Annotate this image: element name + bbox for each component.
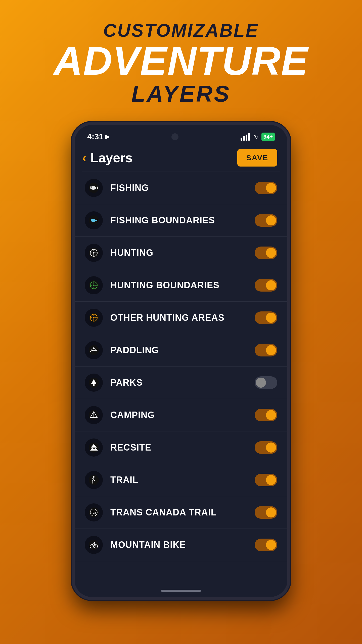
layer-item-mountain-bike[interactable]: MOUNTAIN BIKE bbox=[75, 529, 287, 561]
back-arrow-icon: ‹ bbox=[82, 151, 86, 164]
layers-list: FISHING FISHING BOU bbox=[75, 172, 287, 584]
tct-icon: TCT bbox=[85, 503, 103, 521]
svg-point-6 bbox=[91, 219, 96, 222]
fishing-boundaries-label: FISHING BOUNDARIES bbox=[110, 215, 255, 226]
fishing-icon bbox=[85, 179, 103, 197]
phone-frame: 4:31 ▶ ∿ 94+ bbox=[72, 122, 290, 600]
page-title: Layers bbox=[90, 150, 133, 165]
parks-icon bbox=[85, 374, 103, 392]
svg-point-18 bbox=[93, 285, 95, 286]
camera-dot bbox=[171, 133, 178, 140]
svg-point-11 bbox=[93, 252, 95, 254]
camping-label: CAMPING bbox=[110, 410, 255, 420]
layer-item-paddling[interactable]: PADDLING bbox=[75, 334, 287, 367]
layer-item-trail[interactable]: TRAIL bbox=[75, 464, 287, 496]
paddling-toggle[interactable] bbox=[255, 344, 277, 356]
signal-icon bbox=[241, 133, 250, 141]
camping-icon bbox=[85, 406, 103, 424]
hunting-label: HUNTING bbox=[110, 248, 255, 258]
svg-point-30 bbox=[89, 345, 99, 355]
fishing-label: FISHING bbox=[110, 183, 255, 193]
layer-item-camping[interactable]: CAMPING bbox=[75, 399, 287, 431]
parks-toggle[interactable] bbox=[255, 376, 277, 389]
mountain-bike-toggle[interactable] bbox=[255, 539, 277, 551]
svg-point-8 bbox=[92, 220, 93, 220]
layer-item-fishing[interactable]: FISHING bbox=[75, 172, 287, 204]
hunting-boundaries-toggle[interactable] bbox=[255, 279, 277, 292]
layer-item-fishing-boundaries[interactable]: FISHING BOUNDARIES bbox=[75, 204, 287, 237]
hero-line2: ADVENTURE bbox=[54, 41, 308, 81]
status-right: ∿ 94+ bbox=[241, 133, 275, 141]
hero-line3: LAYERS bbox=[54, 81, 308, 107]
hunting-toggle[interactable] bbox=[255, 247, 277, 259]
layer-item-hunting[interactable]: HUNTING bbox=[75, 237, 287, 269]
camping-toggle[interactable] bbox=[255, 409, 277, 421]
other-hunting-toggle[interactable] bbox=[255, 311, 277, 324]
layer-item-parks[interactable]: PARKS bbox=[75, 367, 287, 399]
paddling-icon bbox=[85, 341, 103, 359]
trail-icon bbox=[85, 471, 103, 489]
layer-item-recsite[interactable]: RECSITE bbox=[75, 431, 287, 464]
fishing-toggle[interactable] bbox=[255, 182, 277, 194]
other-hunting-label: OTHER HUNTING AREAS bbox=[110, 312, 255, 323]
fishing-toggle-knob bbox=[266, 183, 276, 193]
svg-rect-38 bbox=[93, 384, 95, 386]
status-bar: 4:31 ▶ ∿ 94+ bbox=[75, 125, 287, 144]
back-button[interactable]: ‹ Layers bbox=[82, 150, 132, 165]
recsite-icon bbox=[85, 438, 103, 457]
home-indicator bbox=[75, 584, 287, 597]
hero-header: CUSTOMIZABLE ADVENTURE LAYERS bbox=[54, 20, 308, 107]
layer-item-hunting-boundaries[interactable]: HUNTING BOUNDARIES bbox=[75, 269, 287, 302]
svg-text:TCT: TCT bbox=[91, 511, 97, 514]
mountain-bike-label: MOUNTAIN BIKE bbox=[110, 540, 255, 550]
battery-badge: 94+ bbox=[261, 133, 275, 141]
hunting-boundaries-icon bbox=[85, 276, 103, 294]
mountain-bike-icon bbox=[85, 536, 103, 554]
svg-point-54 bbox=[89, 540, 99, 550]
home-bar bbox=[161, 590, 201, 592]
tct-toggle[interactable] bbox=[255, 506, 277, 519]
tct-label: TRANS CANADA TRAIL bbox=[110, 507, 255, 518]
svg-point-48 bbox=[93, 476, 95, 478]
app-header: ‹ Layers SAVE bbox=[75, 144, 287, 172]
parks-label: PARKS bbox=[110, 377, 255, 388]
layer-item-tct[interactable]: TCT TRANS CANADA TRAIL bbox=[75, 496, 287, 529]
fishing-boundaries-icon bbox=[85, 211, 103, 229]
hero-line1: CUSTOMIZABLE bbox=[54, 20, 308, 41]
trail-label: TRAIL bbox=[110, 475, 255, 485]
fishing-boundaries-toggle[interactable] bbox=[255, 214, 277, 227]
navigation-icon: ▶ bbox=[105, 134, 110, 140]
svg-point-59 bbox=[94, 542, 95, 543]
status-center bbox=[171, 133, 178, 140]
phone-screen: 4:31 ▶ ∿ 94+ bbox=[75, 125, 287, 597]
recsite-label: RECSITE bbox=[110, 442, 255, 453]
layer-item-other-hunting[interactable]: OTHER HUNTING AREAS bbox=[75, 302, 287, 334]
hunting-boundaries-label: HUNTING BOUNDARIES bbox=[110, 280, 255, 291]
paddling-label: PADDLING bbox=[110, 345, 255, 355]
wifi-icon: ∿ bbox=[253, 133, 258, 141]
hunting-icon bbox=[85, 244, 103, 262]
phone-mockup: 4:31 ▶ ∿ 94+ bbox=[72, 122, 290, 600]
status-time: 4:31 ▶ bbox=[87, 132, 110, 141]
svg-point-34 bbox=[93, 347, 95, 349]
svg-point-25 bbox=[93, 317, 95, 318]
other-hunting-icon bbox=[85, 309, 103, 327]
recsite-toggle[interactable] bbox=[255, 441, 277, 454]
save-button[interactable]: SAVE bbox=[237, 149, 277, 167]
trail-toggle[interactable] bbox=[255, 474, 277, 486]
